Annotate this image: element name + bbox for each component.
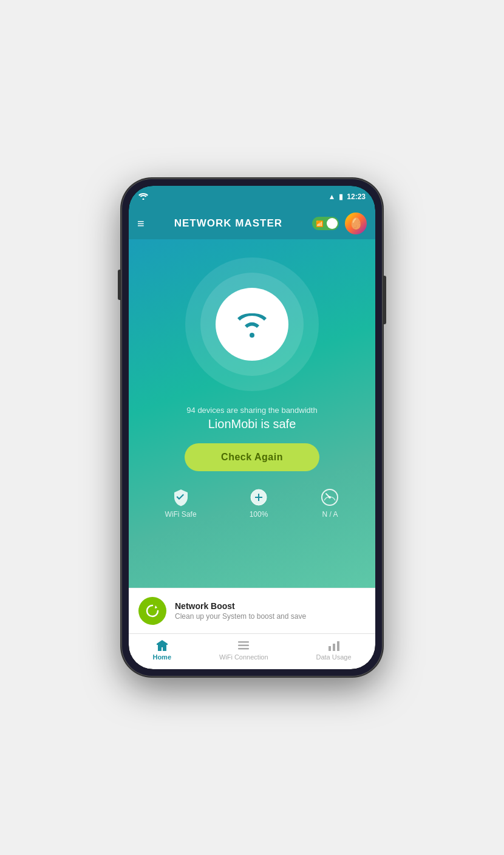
- status-text-block: 94 devices are sharing the bandwidth Lio…: [186, 406, 317, 431]
- check-again-button[interactable]: Check Again: [185, 443, 319, 471]
- svg-rect-8: [333, 644, 335, 651]
- header-controls: 🥚: [312, 213, 367, 234]
- network-boost-card[interactable]: Network Boost Clean up your System to bo…: [129, 588, 375, 633]
- status-bar: ▲ ▮ 12:23: [129, 186, 375, 208]
- wifi-signal-indicator: [185, 257, 319, 391]
- boost-icon: [138, 597, 166, 625]
- nav-home[interactable]: Home: [152, 640, 171, 661]
- stat-na: N / A: [321, 488, 339, 519]
- svg-rect-5: [238, 645, 249, 647]
- phone-screen: ▲ ▮ 12:23 ≡ NETWORK MASTER 🥚: [129, 186, 375, 669]
- gauge-icon: [321, 488, 339, 506]
- percentage-label: 100%: [250, 510, 268, 519]
- menu-icon[interactable]: ≡: [137, 217, 145, 231]
- svg-rect-7: [329, 646, 331, 651]
- status-wifi-icon: [138, 192, 148, 202]
- boost-title: Network Boost: [175, 601, 306, 611]
- wifi-icon-main: [234, 309, 270, 339]
- svg-rect-4: [238, 641, 249, 643]
- svg-point-0: [143, 199, 145, 200]
- avatar[interactable]: 🥚: [345, 213, 367, 234]
- inner-circle: [216, 288, 288, 361]
- plus-circle-icon: [250, 488, 268, 506]
- nav-data-usage[interactable]: Data Usage: [316, 640, 351, 661]
- stat-wifi-safe: WiFi Safe: [165, 488, 197, 519]
- nav-home-label: Home: [152, 653, 171, 661]
- battery-icon: ▮: [339, 192, 343, 201]
- main-content: 94 devices are sharing the bandwidth Lio…: [129, 239, 375, 588]
- stats-row: WiFi Safe 100%: [138, 488, 366, 528]
- stat-percentage: 100%: [250, 488, 268, 519]
- phone-device: ▲ ▮ 12:23 ≡ NETWORK MASTER 🥚: [121, 179, 383, 676]
- safe-text: LionMobi is safe: [186, 417, 317, 431]
- bottom-nav: Home WiFi Connection D: [129, 633, 375, 669]
- nav-wifi-label: WiFi Connection: [219, 653, 268, 661]
- nav-wifi-connection[interactable]: WiFi Connection: [219, 640, 268, 661]
- app-header: ≡ NETWORK MASTER 🥚: [129, 208, 375, 239]
- svg-rect-9: [337, 641, 339, 651]
- boost-text: Network Boost Clean up your System to bo…: [175, 601, 306, 621]
- shield-check-icon: [172, 488, 190, 506]
- nav-data-label: Data Usage: [316, 653, 351, 661]
- na-label: N / A: [322, 510, 338, 519]
- vpn-toggle[interactable]: [312, 217, 339, 230]
- svg-rect-6: [238, 648, 249, 650]
- app-title: NETWORK MASTER: [174, 217, 282, 230]
- devices-text: 94 devices are sharing the bandwidth: [186, 406, 317, 415]
- signal-icon: ▲: [328, 192, 335, 201]
- boost-subtitle: Clean up your System to boost and save: [175, 612, 306, 621]
- wifi-safe-label: WiFi Safe: [165, 510, 197, 519]
- time-display: 12:23: [347, 192, 366, 201]
